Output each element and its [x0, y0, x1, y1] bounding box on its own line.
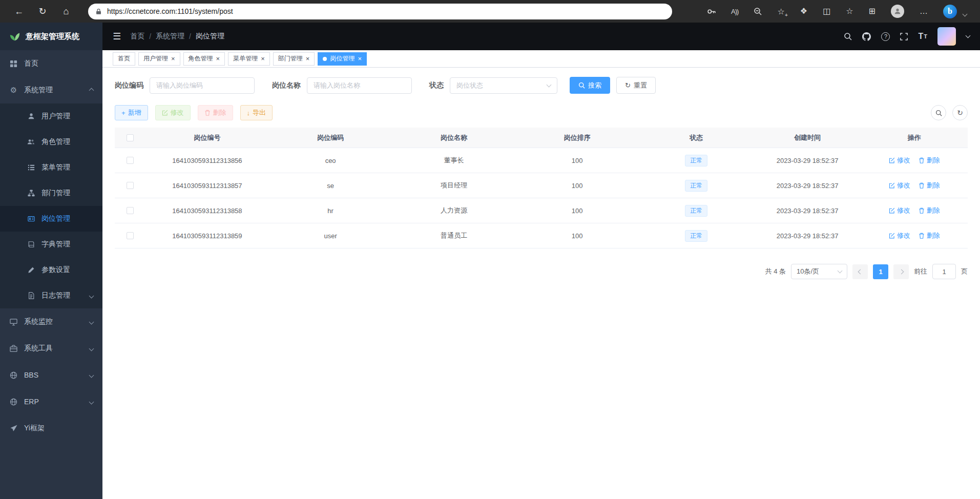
export-button[interactable]: ↓ 导出 — [240, 105, 273, 120]
fullscreen-icon[interactable] — [900, 33, 908, 40]
sidebar-item-system-monitor[interactable]: 系统监控 — [0, 308, 102, 335]
sidebar-item-param-settings[interactable]: 参数设置 — [0, 257, 102, 283]
edit-link[interactable]: 修改 — [889, 231, 910, 240]
sidebar-item-erp[interactable]: ERP — [0, 388, 102, 415]
row-checkbox[interactable] — [127, 207, 134, 214]
search-button[interactable]: 搜索 — [570, 77, 610, 94]
add-button[interactable]: + 新增 — [115, 105, 148, 120]
refresh-table-button[interactable]: ↻ — [952, 105, 968, 120]
close-icon[interactable]: × — [171, 55, 175, 62]
prev-page-button[interactable] — [852, 264, 868, 279]
reset-button-label: 重置 — [634, 81, 647, 90]
tab-menu-mgmt[interactable]: 菜单管理 × — [228, 52, 270, 66]
tab-dept-mgmt[interactable]: 部门管理 × — [273, 52, 315, 66]
favorites-icon[interactable]: ☆ — [846, 7, 853, 15]
page-size-value: 10条/页 — [797, 267, 819, 276]
sidebar-item-yi-framework[interactable]: Yi框架 — [0, 415, 102, 442]
sidebar-item-label: 系统工具 — [24, 344, 53, 353]
user-icon — [27, 113, 35, 120]
select-all-checkbox[interactable] — [127, 134, 134, 141]
delete-link[interactable]: 删除 — [919, 231, 940, 240]
post-name-label: 岗位名称 — [272, 81, 301, 90]
plus-icon: + — [121, 109, 126, 117]
delete-button[interactable]: 删除 — [198, 105, 233, 120]
split-screen-icon[interactable]: ◫ — [823, 7, 830, 15]
address-bar[interactable]: https://ccnetcore.com:1101/system/post — [88, 4, 672, 19]
help-icon[interactable]: ? — [881, 32, 890, 41]
page-1-button[interactable]: 1 — [873, 264, 888, 279]
avatar[interactable] — [937, 27, 956, 46]
monitor-icon — [9, 318, 18, 326]
breadcrumb-home[interactable]: 首页 — [130, 32, 144, 41]
sidebar-item-post-mgmt[interactable]: 岗位管理 — [0, 206, 102, 232]
zoom-out-icon[interactable] — [754, 7, 762, 15]
trash-icon — [204, 110, 211, 116]
sidebar-item-system-tools[interactable]: 系统工具 — [0, 335, 102, 362]
edit-link[interactable]: 修改 — [889, 206, 910, 215]
refresh-button[interactable]: ↻ — [34, 3, 51, 20]
tab-role-mgmt[interactable]: 角色管理 × — [183, 52, 225, 66]
bing-icon[interactable]: b — [943, 5, 957, 18]
reset-button[interactable]: ↻ 重置 — [616, 77, 656, 94]
chevron-down-icon — [547, 82, 552, 87]
edit-button[interactable]: 修改 — [155, 105, 191, 120]
sidebar-item-system-mgmt[interactable]: ⚙ 系统管理 — [0, 77, 102, 103]
search-icon[interactable] — [844, 32, 852, 40]
sidebar-item-dept-mgmt[interactable]: 部门管理 — [0, 180, 102, 206]
edit-link[interactable]: 修改 — [889, 156, 910, 165]
home-button[interactable]: ⌂ — [57, 3, 75, 20]
sidebar-item-dict-mgmt[interactable]: 字典管理 — [0, 232, 102, 257]
sidebar-toggle-icon[interactable]: ☰ — [113, 31, 121, 42]
sidebar-item-role-mgmt[interactable]: 角色管理 — [0, 129, 102, 155]
pagination: 共 4 条 10条/页 1 前往 页 — [115, 264, 968, 279]
breadcrumb-system-mgmt[interactable]: 系统管理 — [156, 32, 184, 41]
sidebar-item-home[interactable]: 首页 — [0, 50, 102, 77]
edit-link[interactable]: 修改 — [889, 181, 910, 190]
back-button[interactable]: ← — [10, 3, 28, 20]
close-icon[interactable]: × — [306, 55, 310, 62]
profile-avatar[interactable] — [891, 5, 904, 18]
browser-menu-icon[interactable]: … — [920, 7, 928, 15]
close-icon[interactable]: × — [358, 55, 362, 62]
sidebar-item-menu-mgmt[interactable]: 菜单管理 — [0, 155, 102, 180]
tab-home[interactable]: 首页 — [113, 52, 135, 66]
chevron-down-icon[interactable] — [963, 11, 968, 16]
password-key-icon[interactable] — [707, 7, 716, 16]
paper-plane-icon — [9, 425, 18, 432]
github-icon[interactable] — [862, 32, 871, 41]
goto-page-input[interactable] — [932, 264, 956, 279]
chevron-down-icon[interactable] — [966, 33, 971, 38]
extensions-icon[interactable]: ❖ — [800, 7, 807, 15]
collections-icon[interactable]: ⊞ — [869, 7, 875, 15]
read-aloud-icon[interactable]: A)) — [731, 8, 738, 15]
tab-user-mgmt[interactable]: 用户管理 × — [138, 52, 180, 66]
add-button-label: 新增 — [128, 108, 141, 117]
next-page-button[interactable] — [893, 264, 909, 279]
font-size-icon[interactable]: TT — [918, 32, 927, 41]
cell-post-id: 1641030593112313859 — [145, 232, 269, 240]
show-search-button[interactable] — [931, 105, 946, 120]
post-code-input[interactable] — [150, 77, 255, 94]
sidebar-item-label: 字典管理 — [41, 240, 70, 249]
page-size-select[interactable]: 10条/页 — [791, 264, 847, 279]
delete-link[interactable]: 删除 — [919, 156, 940, 165]
app-header: ☰ 首页 / 系统管理 / 岗位管理 ? TT — [102, 23, 980, 50]
post-name-input[interactable] — [307, 77, 412, 94]
cell-post-id: 1641030593112313856 — [145, 157, 269, 164]
delete-link[interactable]: 删除 — [919, 206, 940, 215]
close-icon[interactable]: × — [261, 55, 265, 62]
add-favorite-icon[interactable]: ☆+ — [777, 7, 784, 16]
cell-post-order: 100 — [515, 232, 639, 240]
sidebar-item-log-mgmt[interactable]: 日志管理 — [0, 283, 102, 308]
delete-link[interactable]: 删除 — [919, 181, 940, 190]
sidebar-item-user-mgmt[interactable]: 用户管理 — [0, 103, 102, 129]
sidebar-item-bbs[interactable]: BBS — [0, 362, 102, 388]
globe-icon — [9, 371, 18, 379]
status-select[interactable]: 岗位状态 — [450, 77, 557, 94]
row-checkbox[interactable] — [127, 182, 134, 189]
tab-post-mgmt[interactable]: 岗位管理 × — [318, 52, 367, 66]
row-checkbox[interactable] — [127, 157, 134, 164]
row-checkbox[interactable] — [127, 232, 134, 239]
close-icon[interactable]: × — [216, 55, 220, 62]
breadcrumb-current: 岗位管理 — [196, 32, 224, 41]
